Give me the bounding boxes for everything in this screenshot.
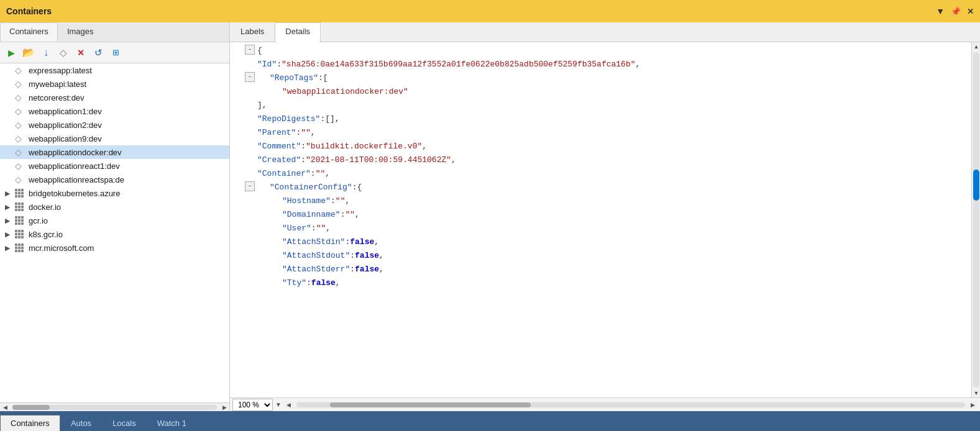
tree-arrow [5,94,15,101]
item-label: webapplication1:dev [29,107,102,116]
item-label: webapplicationreactspa:de [29,175,124,184]
dropdown-icon[interactable]: ▼ [936,6,945,16]
refresh-button[interactable]: ↺ [91,45,106,60]
item-label: docker.io [29,202,61,212]
bottom-horizontal-scrollbar[interactable]: ◀ ▶ [284,401,978,409]
item-label: gcr.io [29,216,48,225]
tab-details[interactable]: Details [275,22,321,42]
left-tab-bar: Containers Images [0,22,229,42]
list-item[interactable]: ◇ webapplicationreactspa:de [0,173,229,186]
horizontal-scrollbar[interactable]: ◀ ▶ [0,402,229,411]
tab-containers[interactable]: Containers [0,22,58,42]
scroll-left-arrow[interactable]: ◀ [0,403,10,412]
list-item[interactable]: ◇ webapplicationreact1:dev [0,159,229,173]
item-label: webapplicationreact1:dev [29,161,120,171]
json-line: "Comment": "buildkit.dockerfile.v0", [230,140,971,154]
tree-expand-icon[interactable]: ▶ [5,231,15,238]
registry-icon [15,243,26,252]
tree-arrow [5,81,15,88]
json-line: - { [230,45,971,58]
list-item[interactable]: ◇ mywebapi:latest [0,77,229,91]
list-item[interactable]: ◇ webapplication1:dev [0,104,229,118]
json-line: "Parent": "", [230,127,971,140]
scroll-track [296,402,965,407]
grid-icon [15,243,24,252]
delete-button[interactable]: ✕ [73,45,88,60]
list-item[interactable]: ◇ netcorerest:dev [0,91,229,104]
scroll-down-arrow[interactable]: ▼ [972,389,980,397]
main-content: Containers Images ▶ 📂 ↓ ◇ ✕ ↺ ⊞ ◇ expres… [0,22,980,411]
list-item[interactable]: ◇ webapplication9:dev [0,132,229,145]
tree-expand-icon[interactable]: ▶ [5,204,15,211]
item-label: k8s.gcr.io [29,230,63,239]
grid-icon [15,230,24,238]
json-line: - "RepoTags": [ [230,72,971,86]
tag-button[interactable]: ◇ [56,45,71,60]
tree-arrow [5,122,15,129]
pin-icon[interactable]: 📌 [951,7,961,16]
tree-expand-icon[interactable]: ▶ [5,245,15,252]
close-icon[interactable]: ✕ [967,7,974,16]
download-button[interactable]: ↓ [39,45,53,60]
tab-labels[interactable]: Labels [230,22,275,42]
list-item[interactable]: ▶ bridgetokubernetes.azure [0,186,229,200]
list-item[interactable]: ▶ mcr.microsoft.com [0,241,229,255]
scroll-thumb [330,402,531,407]
registry-icon [15,216,26,225]
collapse-btn[interactable]: - [245,72,255,82]
more-button[interactable]: ⊞ [108,45,123,60]
collapse-btn[interactable]: - [245,181,255,191]
zoom-bar: 100 % 50 % 75 % 125 % 150 % 200 % ▼ ◀ ▶ [230,397,980,411]
json-line: "Tty": false, [230,277,971,291]
item-label: webapplication9:dev [29,134,102,143]
image-icon: ◇ [15,147,26,157]
json-line: - "ContainerConfig": { [230,181,971,195]
image-icon: ◇ [15,134,26,143]
vertical-scrollbar[interactable]: ▲ ▼ [971,42,980,397]
json-line: ], [230,99,971,113]
tree-expand-icon[interactable]: ▶ [5,217,15,224]
bottom-tab-containers[interactable]: Containers [0,415,60,431]
scroll-right-arrow[interactable]: ▶ [968,401,978,409]
item-label: mcr.microsoft.com [29,243,94,253]
right-tab-bar: Labels Details [230,22,980,42]
json-view: - { "Id": "sha256:0ae14a633f315b699aa12f… [230,42,971,397]
json-line: "Container": "", [230,168,971,181]
tree-arrow [5,176,15,183]
list-item[interactable]: ◇ webapplication2:dev [0,118,229,132]
list-item[interactable]: ◇ expressapp:latest [0,63,229,77]
json-line: "webapplicationdocker:dev" [230,86,971,99]
collapse-btn[interactable]: - [245,45,255,55]
registry-icon [15,202,26,211]
workspace: Containers Images ▶ 📂 ↓ ◇ ✕ ↺ ⊞ ◇ expres… [0,22,980,411]
list-item[interactable]: ▶ docker.io [0,200,229,214]
window-title: Containers [6,6,52,16]
json-line: "RepoDigests": [], [230,113,971,127]
image-icon: ◇ [15,161,26,171]
grid-icon [15,189,24,197]
open-folder-button[interactable]: 📂 [21,45,36,60]
scroll-thumb [12,405,50,410]
tree-expand-icon[interactable]: ▶ [5,190,15,197]
image-icon: ◇ [15,93,26,102]
scroll-left-arrow[interactable]: ◀ [284,401,294,409]
run-button[interactable]: ▶ [4,45,19,60]
list-item[interactable]: ▶ gcr.io [0,214,229,227]
scroll-thumb [973,170,979,201]
item-label: expressapp:latest [29,66,92,75]
scroll-track [973,52,979,388]
bottom-tab-locals[interactable]: Locals [102,415,147,431]
tree-area[interactable]: ◇ expressapp:latest ◇ mywebapi:latest ◇ … [0,63,229,402]
bottom-tab-bar: Containers Autos Locals Watch 1 [0,411,980,431]
zoom-select[interactable]: 100 % 50 % 75 % 125 % 150 % 200 % [232,399,273,411]
list-item[interactable]: ▶ k8s.gcr.io [0,227,229,241]
bottom-tab-autos[interactable]: Autos [60,415,102,431]
scroll-up-arrow[interactable]: ▲ [972,42,980,51]
json-line: "Created": "2021-08-11T00:00:59.4451062Z… [230,154,971,168]
tree-arrow [5,149,15,156]
zoom-dropdown-icon[interactable]: ▼ [275,401,282,408]
list-item[interactable]: ◇ webapplicationdocker:dev [0,145,229,159]
bottom-tab-watch1[interactable]: Watch 1 [147,415,197,431]
scroll-right-arrow[interactable]: ▶ [219,403,229,412]
tab-images[interactable]: Images [58,22,103,42]
